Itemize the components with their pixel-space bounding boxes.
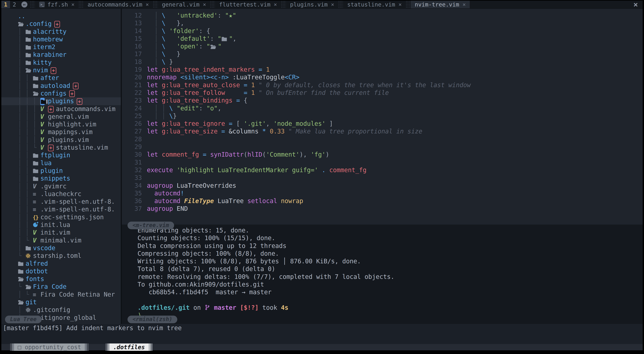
tree-item-iterm2[interactable]: │ iterm2: [1, 43, 121, 51]
tab-close-icon[interactable]: ×: [462, 1, 466, 8]
tree-item-homebrew[interactable]: │ homebrew: [1, 35, 121, 43]
terminal-split[interactable]: Enumerating objects: 15, done.Counting o…: [122, 225, 643, 324]
tab-close-icon[interactable]: ×: [71, 1, 74, 8]
tmux-window-number-2[interactable]: 2: [10, 1, 19, 8]
code-line-29[interactable]: 29: [122, 143, 643, 151]
code-line-20[interactable]: 20nnoremap <silent><c-n> :LuaTreeToggle<…: [122, 73, 643, 81]
code-line-16[interactable]: 16 │ \ 'open': "": [122, 42, 643, 50]
tree-item-statusline.vim[interactable]: │ │ └ V+statusline.vim: [1, 144, 121, 151]
tree-item-.vim-spell-en.utf-8.[interactable]: │ │ ≡.vim-spell-en.utf-8.: [1, 198, 121, 206]
code-line-21[interactable]: 21let g:lua_tree_auto_close = 1 " 0 by d…: [122, 81, 643, 89]
code-line-17[interactable]: 17 │ \ }: [122, 50, 643, 58]
code-line-33[interactable]: 33: [122, 174, 643, 182]
tab-close-icon[interactable]: ×: [203, 1, 206, 8]
tab-general.vim[interactable]: Vgeneral.vim×: [158, 1, 210, 8]
tree-item-ftplugin[interactable]: │ │ ftplugin: [1, 151, 121, 159]
terminal-line: .dotfiles/.git on master [$!?] took 4s: [138, 304, 643, 312]
code-line-32[interactable]: 32execute 'highlight LuaTreeIndentMarker…: [122, 166, 643, 174]
tree-item-plugins.vim[interactable]: │ │ │ Vplugins.vim: [1, 136, 121, 144]
code-line-12[interactable]: 12 │ \ 'untracked': "★": [122, 12, 643, 19]
code-line-24[interactable]: 24 │ │ \ "edit": "o",: [122, 104, 643, 112]
tab-fzf.sh[interactable]: >_fzf.sh×: [35, 1, 78, 8]
tree-item-Fira-Code[interactable]: └ Fira Code: [1, 283, 121, 291]
code-line-34[interactable]: 34augroup LuaTreeOverrides: [122, 182, 643, 190]
tree-item-snippets[interactable]: │ │ snippets: [1, 175, 121, 182]
code-line-22[interactable]: 22let g:lua_tree_follow = 1 " On bufEnte…: [122, 89, 643, 97]
line-number: 32: [122, 166, 147, 174]
tree-item-init.lua[interactable]: │ │ init.lua: [1, 221, 121, 229]
code-line-31[interactable]: 31: [122, 159, 643, 166]
tab-autocommands.vim[interactable]: Vautocommands.vim×: [84, 1, 153, 8]
code-line-35[interactable]: 35 autocmd!: [122, 190, 643, 197]
code-text: │ \ }: [147, 58, 173, 66]
text-segment: [206, 151, 210, 158]
tree-item-general.vim[interactable]: │ │ │ Vgeneral.vim: [1, 113, 121, 121]
code-line-36[interactable]: 36 autocmd FileType LuaTree setlocal now…: [122, 197, 643, 205]
tab-close-icon[interactable]: ×: [274, 1, 277, 8]
code-line-28[interactable]: 28: [122, 135, 643, 143]
code-line-26[interactable]: 26let g:lua_tree_ignore = [ '.git', 'nod…: [122, 120, 643, 128]
code-line-13[interactable]: 13 │ \ },: [122, 19, 643, 27]
tree-item-Fira-Code-Retina-Ner[interactable]: │ └ ≡Fira Code Retina Ner: [1, 291, 121, 298]
text-segment: 4s: [281, 304, 288, 311]
tree-item-configs[interactable]: │ │ configs+: [1, 90, 121, 97]
tree-item-plugins[interactable]: │ │ │ plugins+: [1, 97, 121, 105]
back-arrow-icon[interactable]: ←: [22, 1, 28, 7]
tree-item-.vim-spell-en.utf-8.[interactable]: │ │ ≡.vim-spell-en.utf-8.: [1, 206, 121, 213]
tab-plugins.vim[interactable]: Vplugins.vim×: [286, 1, 338, 8]
tree-item-autocommands.vim[interactable]: │ │ │ V+autocommands.vim: [1, 105, 121, 113]
tree-item-label: plugin: [40, 167, 63, 174]
code-line-14[interactable]: 14 │ \ 'folder': {: [122, 27, 643, 35]
tree-item-nvim[interactable]: │ nvim+: [1, 66, 121, 74]
tmux-window-opportunity_cost[interactable]: □ opportunity_cost: [10, 344, 89, 351]
text-segment: ),: [300, 151, 311, 158]
tree-item-lua[interactable]: │ │ lua: [1, 159, 121, 167]
tree-item-coc-settings.json[interactable]: │ │ {}coc-settings.json: [1, 213, 121, 221]
tmux-window-.dotfiles[interactable]: .dotfiles: [106, 344, 152, 351]
tmux-window-number-1[interactable]: 1: [1, 1, 10, 8]
tab-close-icon[interactable]: ×: [398, 1, 402, 8]
code-line-25[interactable]: 25 │ │ \}: [122, 112, 643, 120]
code-line-30[interactable]: 30let comment_fg = synIDattr(hlID('Comme…: [122, 151, 643, 158]
code-line-27[interactable]: 27let g:lua_tree_size = &columns * 0.33 …: [122, 128, 643, 135]
text-segment: autocmd: [154, 197, 180, 205]
tree-item-..[interactable]: ..: [1, 12, 121, 20]
tab-statusline.vim[interactable]: Vstatusline.vim×: [343, 1, 406, 8]
indent-guides: └: [18, 252, 26, 259]
tree-item-after[interactable]: │ │ after: [1, 74, 121, 82]
tree-item-mappings.vim[interactable]: │ │ │ Vmappings.vim: [1, 128, 121, 136]
tab-close-icon[interactable]: ×: [146, 1, 149, 8]
tree-item-minimal.vim[interactable]: │ └ Vminimal.vim: [1, 237, 121, 244]
text-segment: Compressing objects: 100% (8/8), done.: [138, 250, 279, 257]
indent-guides: │ │: [18, 167, 33, 174]
tree-item-.config[interactable]: .config+: [1, 20, 121, 28]
tree-item-.luacheckrc[interactable]: │ │ ≡.luacheckrc: [1, 190, 121, 198]
indent-guides: │ │ └: [18, 144, 40, 151]
tree-item-plugin[interactable]: │ │ plugin: [1, 167, 121, 175]
code-line-37[interactable]: 37augroup END: [122, 205, 643, 213]
tabline-close-icon[interactable]: ×: [633, 1, 643, 9]
tab-fluttertest.vim[interactable]: Vfluttertest.vim×: [215, 1, 281, 8]
tree-item-karabiner[interactable]: │ karabiner: [1, 51, 121, 59]
tab-close-icon[interactable]: ×: [331, 1, 334, 8]
code-line-15[interactable]: 15 │ \ 'default': "",: [122, 35, 643, 42]
tree-item-alfred[interactable]: alfred: [1, 260, 121, 268]
tree-item-highlight.vim[interactable]: │ │ │ Vhighlight.vim: [1, 121, 121, 128]
tree-item-vscode[interactable]: │ vscode: [1, 244, 121, 252]
tree-item-git[interactable]: git: [1, 298, 121, 306]
code-line-18[interactable]: 18 │ \ }: [122, 58, 643, 66]
text-segment: ": [218, 35, 221, 42]
tree-item-kitty[interactable]: │ kitty: [1, 59, 121, 66]
tree-item-.gvimrc[interactable]: │ │ V.gvimrc: [1, 183, 121, 190]
tree-item-dotbot[interactable]: dotbot: [1, 268, 121, 275]
tree-item-.gitconfig[interactable]: │ .gitconfig: [1, 306, 121, 314]
editor-window[interactable]: 12 │ \ 'untracked': "★"13 │ \ },14 │ \ '…: [122, 9, 643, 225]
tree-item-fonts[interactable]: fonts: [1, 275, 121, 283]
tab-nvim-tree.vim[interactable]: Vnvim-tree.vim×: [411, 1, 470, 8]
tree-item-alacritty[interactable]: │ alacritty: [1, 28, 121, 35]
code-line-19[interactable]: 19let g:lua_tree_indent_markers = 1: [122, 66, 643, 73]
code-line-23[interactable]: 23let g:lua_tree_bindings = {: [122, 97, 643, 104]
tree-item-starship.toml[interactable]: └ starship.toml: [1, 252, 121, 260]
tree-item-init.vim[interactable]: │ │ Vinit.vim: [1, 229, 121, 236]
tree-item-autoload[interactable]: │ │ autoload+: [1, 82, 121, 90]
